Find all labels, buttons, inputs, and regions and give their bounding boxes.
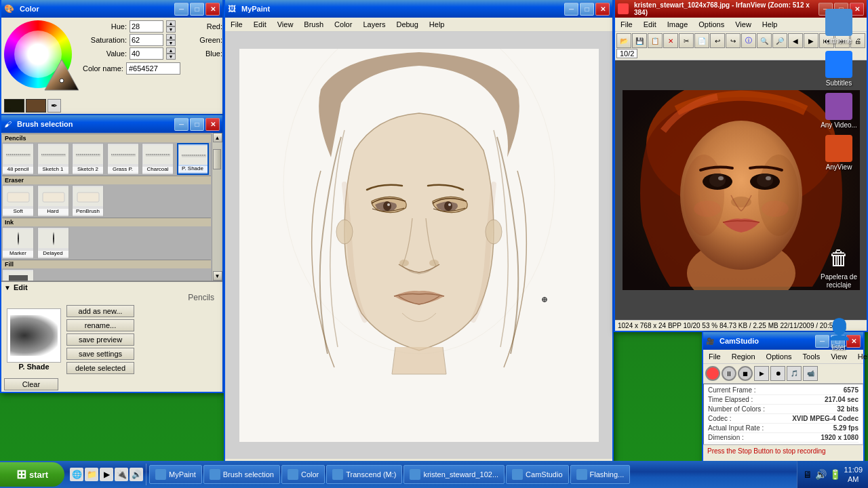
taskbar-item-5[interactable]: CamStudio: [506, 465, 568, 484]
brush-window-titlebar[interactable]: 🖌 Brush selection ─ □ ✕: [1, 115, 222, 133]
clear-btn[interactable]: Clear: [4, 378, 58, 390]
irfan-menu-help[interactable]: Help: [757, 19, 783, 30]
irfan-copy-btn[interactable]: 📋: [648, 33, 663, 48]
quicklaunch-vol[interactable]: 🔊: [130, 468, 143, 481]
mypaint-menu-edit[interactable]: Edit: [248, 19, 272, 30]
irfan-paste-btn[interactable]: 📄: [694, 33, 709, 48]
start-button[interactable]: ⊞ start: [0, 462, 64, 487]
color-close-btn[interactable]: ✕: [205, 3, 220, 16]
desktop-icon-clttheme[interactable]: clttheme: [815, 9, 863, 45]
scroll-down-btn[interactable]: ▼: [213, 271, 222, 281]
hue-spin[interactable]: ▲▼: [166, 20, 176, 33]
mypaint-menu-view[interactable]: View: [272, 19, 299, 30]
cam-menu-region[interactable]: Region: [726, 351, 761, 362]
add-as-new-btn[interactable]: add as new...: [66, 305, 134, 317]
irfan-save-btn[interactable]: 💾: [632, 33, 647, 48]
taskbar-item-0[interactable]: MyPaint: [149, 465, 202, 484]
mypaint-titlebar[interactable]: 🖼 MyPaint ─ □ ✕: [225, 0, 612, 18]
color-maximize-btn[interactable]: □: [190, 3, 204, 16]
cam-menu-file[interactable]: File: [703, 351, 726, 362]
cam-btn5[interactable]: ⏺: [770, 366, 785, 381]
hue-input[interactable]: [130, 20, 163, 33]
irfan-zoomout-btn[interactable]: 🔎: [772, 33, 787, 48]
brush-close-btn[interactable]: ✕: [205, 118, 220, 131]
taskbar-item-4[interactable]: kristen_steward_102...: [403, 465, 505, 484]
desktop-icon-anyvideo[interactable]: Any Video...: [815, 93, 863, 129]
taskbar-item-3[interactable]: Transcend (M:): [326, 465, 402, 484]
brush-cell-delayed[interactable]: Delayed: [37, 227, 69, 259]
desktop-icon-anyview[interactable]: AnyView: [815, 135, 863, 171]
color-name-input[interactable]: [126, 62, 180, 75]
desktop-icon-recyclebin[interactable]: 🗑 Papelera de reciclaje: [815, 245, 863, 289]
taskbar-item-1[interactable]: Brush selection: [203, 465, 280, 484]
mypaint-menu-debug[interactable]: Debug: [391, 19, 423, 30]
color-wheel-area[interactable]: [4, 20, 79, 95]
brush-cell-penbrush[interactable]: PenBrush: [72, 185, 104, 217]
scroll-thumb[interactable]: [213, 149, 221, 169]
irfan-menu-file[interactable]: File: [615, 19, 638, 30]
quicklaunch-explorer[interactable]: 📁: [85, 468, 98, 481]
color-minimize-btn[interactable]: ─: [174, 3, 189, 16]
color-window-titlebar[interactable]: 🎨 Color ─ □ ✕: [1, 0, 222, 18]
brush-cell-charcoal[interactable]: Charcoal: [142, 143, 174, 175]
rename-btn[interactable]: rename...: [66, 319, 134, 331]
mypaint-canvas-area[interactable]: [225, 32, 612, 459]
mypaint-menu-layers[interactable]: Layers: [357, 19, 391, 30]
cam-pause-btn[interactable]: ⏸: [722, 366, 736, 381]
mypaint-maximize-btn[interactable]: □: [580, 3, 594, 16]
brush-maximize-btn[interactable]: □: [190, 118, 204, 131]
irfan-redo-btn[interactable]: ↪: [726, 33, 741, 48]
irfan-cut-btn[interactable]: ✂: [679, 33, 694, 48]
color-swatch-current[interactable]: [4, 99, 24, 113]
save-settings-btn[interactable]: save settings: [66, 348, 134, 360]
cam-stop-btn[interactable]: ⏹: [738, 366, 753, 381]
sat-spin[interactable]: ▲▼: [166, 34, 176, 46]
irfan-undo-btn[interactable]: ↩: [710, 33, 725, 48]
val-spin[interactable]: ▲▼: [166, 47, 176, 60]
color-swatch-prev[interactable]: [26, 99, 46, 113]
brush-cell-soft[interactable]: Soft: [2, 185, 34, 217]
irfan-zoomin-btn[interactable]: 🔍: [757, 33, 772, 48]
delete-selected-btn[interactable]: delete selected: [66, 362, 134, 374]
sat-input[interactable]: [130, 34, 163, 46]
quicklaunch-mediaplayer[interactable]: ▶: [100, 468, 113, 481]
cam-btn6[interactable]: 🎵: [787, 366, 802, 381]
mypaint-menu-file[interactable]: File: [225, 19, 248, 30]
irfan-open-btn[interactable]: 📂: [616, 33, 631, 48]
brush-cell-hard[interactable]: Hard: [37, 185, 69, 217]
tray-volume-icon[interactable]: 🔊: [815, 469, 827, 480]
cam-record-btn[interactable]: [705, 366, 720, 381]
cam-btn4[interactable]: ▶: [754, 366, 769, 381]
mypaint-canvas[interactable]: [239, 49, 599, 442]
cam-btn7[interactable]: 📹: [803, 366, 818, 381]
brush-cell-p.-shade[interactable]: P. Shade: [177, 143, 209, 175]
desktop-icon-person[interactable]: 👤 lister: [815, 315, 863, 352]
brush-cell-sketch-1[interactable]: Sketch 1: [37, 143, 69, 175]
cam-menu-options[interactable]: Options: [761, 351, 797, 362]
scroll-up-btn[interactable]: ▲: [213, 133, 222, 142]
tray-network-icon[interactable]: 🖥: [803, 469, 812, 480]
quicklaunch-network[interactable]: 🔌: [115, 468, 128, 481]
irfan-info-btn[interactable]: ⓘ: [741, 33, 756, 48]
tray-battery-icon[interactable]: 🔋: [829, 469, 841, 480]
mypaint-minimize-btn[interactable]: ─: [564, 3, 578, 16]
mypaint-menu-help[interactable]: Help: [424, 19, 450, 30]
taskbar-item-6[interactable]: Flashing...: [570, 465, 631, 484]
irfan-back-btn[interactable]: ◀: [788, 33, 803, 48]
brush-cell-marker[interactable]: Marker: [2, 227, 34, 259]
brush-cell-100%-op.[interactable]: 100% Op.: [2, 269, 34, 281]
irfan-delete-btn[interactable]: ✕: [663, 33, 678, 48]
quicklaunch-ie[interactable]: 🌐: [70, 468, 83, 481]
taskbar-item-2[interactable]: Color: [281, 465, 325, 484]
irfan-menu-image[interactable]: Image: [662, 19, 694, 30]
mypaint-menu-brush[interactable]: Brush: [298, 19, 329, 30]
brush-cell-grass-p.[interactable]: Grass P.: [107, 143, 139, 175]
irfan-menu-edit[interactable]: Edit: [638, 19, 662, 30]
irfan-menu-options[interactable]: Options: [693, 19, 730, 30]
save-preview-btn[interactable]: save preview: [66, 333, 134, 346]
mypaint-close-btn[interactable]: ✕: [595, 3, 610, 16]
scroll-track[interactable]: [213, 142, 222, 271]
irfan-menu-view[interactable]: View: [730, 19, 757, 30]
edit-collapse-icon[interactable]: ▼: [4, 284, 11, 291]
mypaint-menu-color[interactable]: Color: [329, 19, 357, 30]
